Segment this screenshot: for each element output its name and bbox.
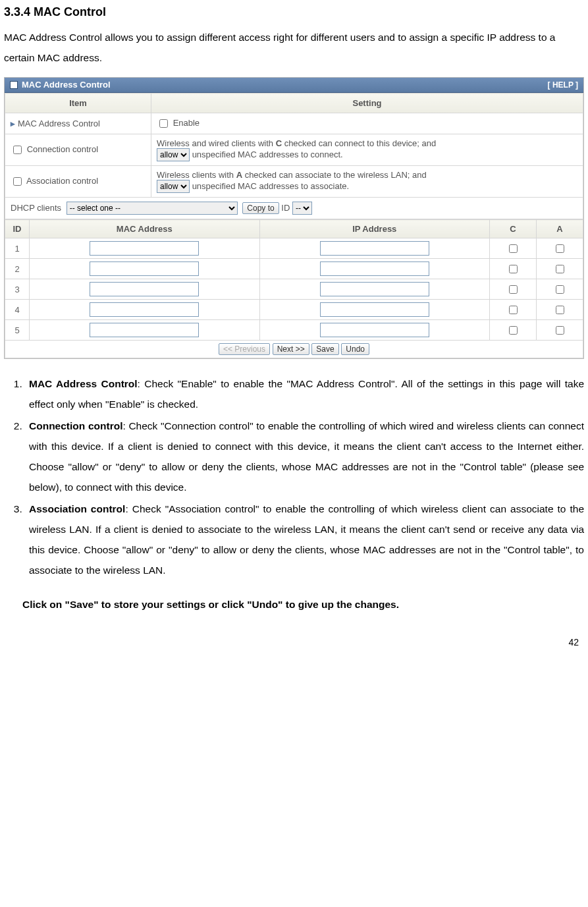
connection-text-1a: Wireless and wired clients with — [157, 138, 276, 148]
row-marker-icon: ▸ — [11, 119, 15, 128]
mac-input[interactable] — [90, 261, 199, 276]
ip-input[interactable] — [320, 261, 429, 276]
grid-header-id: ID — [5, 220, 30, 238]
c-checkbox[interactable] — [509, 244, 518, 253]
ip-input[interactable] — [320, 282, 429, 296]
next-button[interactable]: Next >> — [273, 343, 309, 355]
grid-header-mac: MAC Address — [30, 220, 260, 238]
table-row: 1 — [5, 238, 583, 259]
save-button[interactable]: Save — [311, 343, 338, 355]
c-checkbox[interactable] — [509, 285, 518, 294]
label-mac-control: MAC Address Control — [18, 119, 100, 128]
row-id: 5 — [5, 320, 30, 341]
association-bold-a: A — [236, 170, 242, 180]
panel-icon — [10, 81, 18, 89]
a-checkbox[interactable] — [556, 326, 564, 335]
list-item: MAC Address Control: Check "Enable" to e… — [25, 373, 584, 414]
label-association-control: Association control — [26, 176, 98, 186]
list-item-bold: Connection control — [29, 420, 122, 431]
dhcp-label: DHCP clients — [11, 203, 61, 213]
row-id: 3 — [5, 279, 30, 300]
connection-allow-select[interactable]: allow — [157, 148, 190, 161]
a-checkbox[interactable] — [556, 285, 564, 294]
dhcp-client-select[interactable]: -- select one -- — [67, 202, 238, 215]
id-label: ID — [281, 203, 290, 213]
page-number: 42 — [0, 611, 588, 653]
mac-input[interactable] — [90, 302, 199, 317]
grid-header-a: A — [537, 220, 583, 238]
table-row: 4 — [5, 300, 583, 320]
enable-label: Enable — [173, 118, 200, 128]
table-row: 2 — [5, 259, 583, 279]
association-text-1a: Wireless clients with — [157, 170, 236, 180]
connection-text-1b: checked can connect to this device; and — [282, 138, 436, 148]
ip-input[interactable] — [320, 323, 429, 337]
id-select[interactable]: -- — [292, 202, 312, 215]
connection-text-2: unspecified MAC addresses to connect. — [192, 150, 343, 159]
row-id: 1 — [5, 238, 30, 259]
previous-button[interactable]: << Previous — [219, 343, 270, 355]
mac-input[interactable] — [90, 282, 199, 296]
panel-titlebar: MAC Address Control [ HELP ] — [5, 78, 583, 93]
list-item-bold: Association control — [29, 503, 125, 514]
mac-input[interactable] — [90, 241, 199, 256]
a-checkbox[interactable] — [556, 244, 564, 253]
config-screenshot: MAC Address Control [ HELP ] Item Settin… — [4, 77, 584, 359]
list-item: Association control: Check "Association … — [25, 499, 584, 580]
enable-checkbox[interactable] — [159, 119, 168, 128]
closing-text: Click on "Save" to store your settings o… — [22, 599, 584, 611]
mac-input[interactable] — [90, 323, 199, 337]
intro-paragraph: MAC Address Control allows you to assign… — [4, 27, 584, 68]
table-row: 5 — [5, 320, 583, 341]
undo-button[interactable]: Undo — [341, 343, 369, 355]
grid-header-ip: IP Address — [259, 220, 490, 238]
numbered-list: MAC Address Control: Check "Enable" to e… — [25, 373, 584, 580]
row-id: 4 — [5, 300, 30, 320]
header-item: Item — [5, 94, 151, 113]
ip-input[interactable] — [320, 241, 429, 256]
list-item-bold: MAC Address Control — [29, 378, 138, 389]
a-checkbox[interactable] — [556, 306, 564, 314]
copy-to-button[interactable]: Copy to — [242, 202, 279, 214]
row-id: 2 — [5, 259, 30, 279]
panel-title: MAC Address Control — [22, 80, 111, 90]
association-control-checkbox[interactable] — [13, 177, 22, 186]
association-text-1b: checked can associate to the wireless LA… — [242, 170, 427, 180]
label-connection-control: Connection control — [27, 144, 98, 154]
grid-header-c: C — [490, 220, 537, 238]
connection-control-checkbox[interactable] — [13, 146, 22, 154]
header-setting: Setting — [151, 94, 583, 113]
help-link[interactable]: [ HELP ] — [548, 80, 578, 90]
c-checkbox[interactable] — [509, 306, 518, 314]
ip-input[interactable] — [320, 302, 429, 317]
association-text-2: unspecified MAC addresses to associate. — [192, 181, 349, 191]
a-checkbox[interactable] — [556, 265, 564, 273]
list-item: Connection control: Check "Connection co… — [25, 416, 584, 497]
connection-bold-c: C — [276, 138, 282, 148]
section-heading: 3.3.4 MAC Control — [4, 5, 584, 19]
c-checkbox[interactable] — [509, 326, 518, 335]
association-allow-select[interactable]: allow — [157, 180, 190, 193]
c-checkbox[interactable] — [509, 265, 518, 273]
table-row: 3 — [5, 279, 583, 300]
